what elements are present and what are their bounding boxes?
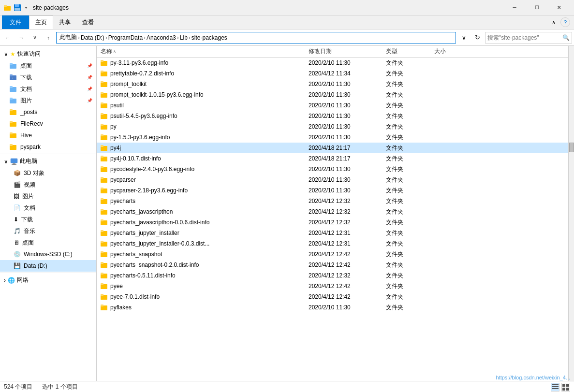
- tab-view[interactable]: 查看: [76, 15, 100, 29]
- file-modified-cell: 2020/4/12 12:32: [307, 219, 384, 226]
- search-icon[interactable]: 🔍: [562, 34, 570, 41]
- tab-file[interactable]: 文件: [2, 15, 29, 29]
- col-header-modified[interactable]: 修改日期: [307, 47, 384, 56]
- view-grid-button[interactable]: [561, 383, 570, 392]
- table-row[interactable]: pyecharts_javascripthon2020/4/12 12:32文件…: [97, 206, 568, 217]
- col-header-size[interactable]: 大小: [432, 47, 471, 56]
- file-name: pyecharts-0.5.11.dist-info: [110, 272, 176, 279]
- tab-home[interactable]: 主页: [29, 15, 53, 29]
- folder-icon: [101, 187, 108, 194]
- sidebar-item-documents[interactable]: 文档 📌: [0, 83, 96, 95]
- help-button[interactable]: ?: [560, 17, 570, 27]
- music-icon: 🎵: [14, 228, 21, 234]
- table-row[interactable]: py2020/2/10 11:30文件夹: [97, 121, 568, 132]
- ribbon-collapse-button[interactable]: ∧: [549, 17, 559, 27]
- svg-rect-75: [552, 386, 559, 387]
- table-row[interactable]: py4j-0.10.7.dist-info2020/4/18 21:17文件夹: [97, 153, 568, 164]
- file-name-cell: py4j: [99, 145, 307, 151]
- close-button[interactable]: ✕: [548, 0, 570, 15]
- table-row[interactable]: pyecharts-0.5.11.dist-info2020/4/12 12:3…: [97, 270, 568, 281]
- sidebar-item-music[interactable]: 🎵 音乐: [0, 225, 96, 237]
- table-row[interactable]: py4j2020/4/18 21:17文件夹: [97, 143, 568, 153]
- sidebar-item-pictures2[interactable]: 🖼 图片: [0, 190, 96, 202]
- minimize-button[interactable]: ─: [503, 0, 526, 15]
- sidebar-item-pyspark[interactable]: pyspark: [0, 141, 96, 153]
- svg-rect-47: [101, 166, 103, 168]
- table-row[interactable]: prettytable-0.7.2.dist-info2020/4/12 11:…: [97, 68, 568, 79]
- sidebar-item-posts[interactable]: _posts: [0, 106, 96, 118]
- folder-icon: [101, 240, 108, 247]
- address-dropdown-button[interactable]: ∨: [458, 32, 470, 44]
- sidebar-item-pictures[interactable]: 图片 📌: [0, 95, 96, 106]
- table-row[interactable]: psutil-5.4.5-py3.6.egg-info2020/2/10 11:…: [97, 111, 568, 121]
- table-row[interactable]: pycparser-2.18-py3.6.egg-info2020/2/10 1…: [97, 185, 568, 196]
- search-input[interactable]: [487, 34, 562, 41]
- sidebar-item-windows-ssd[interactable]: 💿 Windows-SSD (C:): [0, 248, 96, 260]
- sidebar-section-network[interactable]: › 🌐 网络: [0, 274, 96, 286]
- scrollbar-thumb[interactable]: [569, 143, 574, 152]
- view-list-button[interactable]: [551, 383, 559, 392]
- sidebar-item-label: 下载: [20, 73, 32, 82]
- path-pc: 此电脑: [59, 33, 77, 42]
- table-row[interactable]: psutil2020/2/10 11:30文件夹: [97, 100, 568, 111]
- svg-rect-7: [10, 63, 13, 65]
- table-row[interactable]: py-1.5.3-py3.6.egg-info2020/2/10 11:30文件…: [97, 132, 568, 143]
- col-header-type[interactable]: 类型: [384, 47, 432, 56]
- sidebar-item-documents2[interactable]: 📄 文档: [0, 202, 96, 214]
- file-list[interactable]: py-3.11-py3.6.egg-info2020/2/10 11:30文件夹…: [97, 58, 568, 381]
- sidebar-item-downloads2[interactable]: ⬇ 下载: [0, 214, 96, 225]
- table-row[interactable]: py-3.11-py3.6.egg-info2020/2/10 11:30文件夹: [97, 58, 568, 68]
- table-row[interactable]: pyee2020/4/12 12:42文件夹: [97, 281, 568, 291]
- sidebar-item-videos[interactable]: 🎬 视频: [0, 179, 96, 190]
- table-row[interactable]: prompt_toolkit2020/2/10 11:30文件夹: [97, 79, 568, 89]
- forward-button[interactable]: →: [15, 32, 27, 44]
- file-type-cell: 文件夹: [384, 133, 432, 142]
- table-row[interactable]: pyflakes2020/2/10 11:30文件夹: [97, 302, 568, 313]
- file-modified-cell: 2020/2/10 11:30: [307, 59, 384, 66]
- table-row[interactable]: pyecharts_snapshot2020/4/12 12:42文件夹: [97, 249, 568, 260]
- table-row[interactable]: pyecharts_javascripthon-0.0.6.dist-info2…: [97, 217, 568, 228]
- file-name: pyecharts: [110, 198, 135, 204]
- address-path[interactable]: 此电脑 › Data (D:) › ProgramData › Anaconda…: [56, 32, 456, 44]
- maximize-button[interactable]: ☐: [526, 0, 548, 15]
- tab-share[interactable]: 共享: [53, 15, 76, 29]
- sidebar-item-downloads[interactable]: ↓ 下载 📌: [0, 72, 96, 83]
- sidebar-item-filerecv[interactable]: FileRecv: [0, 118, 96, 130]
- back-button[interactable]: ←: [2, 32, 14, 44]
- main-content: ∨ ★ 快速访问 桌面 📌 ↓ 下载 📌 文档 📌 图片 📌 _posts: [0, 46, 574, 381]
- file-name-cell: pycodestyle-2.4.0-py3.6.egg-info: [99, 166, 307, 173]
- file-type-cell: 文件夹: [384, 102, 432, 110]
- sidebar-item-hive[interactable]: Hive: [0, 130, 96, 141]
- svg-rect-51: [101, 188, 103, 189]
- sidebar-item-data-d[interactable]: 💾 Data (D:): [0, 260, 96, 272]
- table-row[interactable]: pyee-7.0.1.dist-info2020/4/12 12:42文件夹: [97, 291, 568, 302]
- recent-locations-button[interactable]: ∨: [29, 32, 41, 44]
- folder-icon: [101, 59, 108, 66]
- sidebar-section-this-pc[interactable]: ∨ 此电脑: [0, 155, 96, 167]
- svg-rect-22: [10, 144, 13, 146]
- svg-rect-43: [101, 145, 103, 147]
- col-header-name[interactable]: 名称 ∧: [99, 47, 307, 56]
- sidebar-item-3d[interactable]: 📦 3D 对象: [0, 167, 96, 179]
- svg-rect-4: [15, 8, 20, 11]
- table-row[interactable]: pyecharts_jupyter_installer-0.0.3.dist..…: [97, 238, 568, 249]
- table-row[interactable]: pyecharts_snapshot-0.2.0.dist-info2020/4…: [97, 260, 568, 270]
- sidebar-item-desktop2[interactable]: 🖥 桌面: [0, 237, 96, 248]
- sidebar-section-quick-access[interactable]: ∨ ★ 快速访问: [0, 48, 96, 60]
- svg-rect-57: [101, 219, 103, 221]
- sidebar-item-desktop[interactable]: 桌面 📌: [0, 60, 96, 72]
- file-type-cell: 文件夹: [384, 176, 432, 184]
- table-row[interactable]: pyecharts_jupyter_installer2020/4/12 12:…: [97, 228, 568, 238]
- file-name-cell: pyecharts_jupyter_installer: [99, 230, 307, 236]
- up-button[interactable]: ↑: [43, 32, 54, 44]
- file-type-cell: 文件夹: [384, 112, 432, 120]
- table-row[interactable]: pyecharts2020/4/12 12:32文件夹: [97, 196, 568, 206]
- sidebar-item-label: FileRecv: [20, 120, 43, 127]
- table-row[interactable]: pycodestyle-2.4.0-py3.6.egg-info2020/2/1…: [97, 164, 568, 174]
- table-row[interactable]: prompt_toolkit-1.0.15-py3.6.egg-info2020…: [97, 89, 568, 100]
- status-bar: 524 个项目 选中 1 个项目: [0, 381, 574, 392]
- refresh-button[interactable]: ↻: [471, 32, 483, 44]
- file-name: py-1.5.3-py3.6.egg-info: [110, 134, 170, 141]
- table-row[interactable]: pycparser2020/2/10 11:30文件夹: [97, 174, 568, 185]
- quick-access-dropdown[interactable]: [23, 4, 29, 12]
